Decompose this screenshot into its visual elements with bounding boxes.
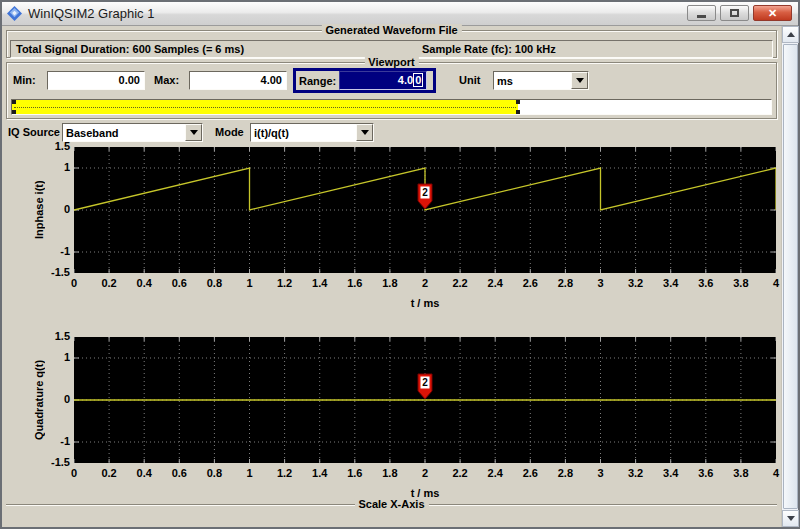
- group-title: Viewport: [364, 56, 418, 68]
- chevron-down-icon: [576, 78, 584, 83]
- y-tick-label: -1.5: [51, 266, 70, 278]
- total-signal-duration-text: Total Signal Duration: 600 Samples (= 6 …: [16, 43, 244, 55]
- client-area: Generated Waveform File Total Signal Dur…: [2, 26, 798, 527]
- y-axis-tick-labels: 1.510-1-1.5: [42, 147, 70, 273]
- inphase-chart: Inphase i(t) 1.510-1-1.5 2 00.20.40.60.8…: [2, 147, 779, 317]
- chevron-down-icon: [361, 130, 369, 135]
- x-tick-label: 1.8: [382, 467, 397, 479]
- x-tick-label: 0: [71, 277, 77, 289]
- x-tick-label: 4: [773, 277, 779, 289]
- arrow-up-icon: [787, 32, 795, 37]
- y-tick-label: 1: [64, 161, 70, 173]
- y-tick-label: 0: [64, 393, 70, 405]
- y-tick-label: 1: [64, 351, 70, 363]
- x-tick-label: 1: [246, 467, 252, 479]
- y-tick-label: 1.5: [55, 330, 70, 342]
- plot-area[interactable]: 2: [74, 147, 776, 273]
- x-tick-label: 2.6: [523, 467, 538, 479]
- x-tick-label: 0.2: [101, 277, 116, 289]
- group-title: Generated Waveform File: [321, 24, 461, 36]
- sample-rate-text: Sample Rate (fc): 100 kHz: [422, 43, 556, 55]
- scroll-up-button[interactable]: [782, 26, 799, 43]
- x-tick-label: 1.4: [312, 277, 327, 289]
- generated-waveform-file-group: Generated Waveform File Total Signal Dur…: [6, 30, 777, 58]
- app-window: WinIQSIM2 Graphic 1 ✕ Generated Waveform…: [0, 0, 800, 529]
- viewport-selected-range[interactable]: [12, 100, 518, 114]
- slider-handle-bottom-left[interactable]: [12, 110, 16, 114]
- mode-dropdown[interactable]: i(t)/q(t): [250, 123, 374, 142]
- x-tick-label: 3.4: [663, 277, 678, 289]
- x-tick-label: 0.8: [207, 467, 222, 479]
- marker-label: 2: [422, 377, 428, 388]
- close-icon: ✕: [768, 8, 777, 19]
- group-title: Scale X-Axis: [354, 498, 428, 510]
- dropdown-button[interactable]: [185, 124, 202, 141]
- x-tick-label: 1: [246, 277, 252, 289]
- max-label: Max:: [154, 74, 179, 86]
- y-tick-label: -1.5: [51, 456, 70, 468]
- x-tick-label: 1.4: [312, 467, 327, 479]
- viewport-range-slider[interactable]: [11, 99, 772, 115]
- x-tick-label: 0: [71, 467, 77, 479]
- x-tick-label: 0.4: [137, 467, 152, 479]
- x-tick-label: 3.8: [733, 277, 748, 289]
- x-tick-label: 1.2: [277, 467, 292, 479]
- maximize-button[interactable]: [720, 5, 749, 21]
- plot-area[interactable]: 2: [74, 337, 776, 463]
- x-axis-tick-labels: 00.20.40.60.811.21.41.61.822.22.42.62.83…: [74, 277, 776, 291]
- scale-x-axis-group: Scale X-Axis: [6, 504, 777, 529]
- x-tick-label: 2.4: [488, 467, 503, 479]
- dropdown-button[interactable]: [356, 124, 373, 141]
- x-tick-label: 0.6: [172, 467, 187, 479]
- scrollbar-thumb[interactable]: [783, 44, 798, 509]
- x-tick-label: 2: [422, 277, 428, 289]
- x-tick-label: 3.2: [628, 277, 643, 289]
- y-tick-label: -1: [60, 435, 70, 447]
- x-tick-label: 1.8: [382, 277, 397, 289]
- x-tick-label: 3.2: [628, 467, 643, 479]
- y-tick-label: 0: [64, 203, 70, 215]
- vertical-scrollbar[interactable]: [781, 26, 798, 527]
- window-title: WinIQSIM2 Graphic 1: [28, 6, 154, 21]
- x-tick-label: 1.2: [277, 277, 292, 289]
- min-label: Min:: [13, 74, 36, 86]
- dropdown-button[interactable]: [571, 72, 588, 89]
- x-tick-label: 2: [422, 467, 428, 479]
- chevron-down-icon: [190, 130, 198, 135]
- x-tick-label: 2.2: [452, 277, 467, 289]
- x-tick-label: 4: [773, 467, 779, 479]
- minimize-button[interactable]: [687, 5, 716, 21]
- x-tick-label: 0.8: [207, 277, 222, 289]
- range-cluster: Range: 4.00: [293, 68, 436, 93]
- min-field[interactable]: 0.00: [47, 71, 145, 90]
- text-cursor: 0: [413, 73, 423, 87]
- max-field[interactable]: 4.00: [189, 71, 287, 90]
- viewport-group: Viewport Min: 0.00 Max: 4.00 Range: 4.00…: [6, 62, 777, 119]
- range-field[interactable]: 4.00: [339, 71, 427, 90]
- marker-label: 2: [422, 187, 428, 198]
- close-button[interactable]: ✕: [753, 5, 792, 21]
- minimize-icon: [697, 15, 706, 18]
- x-tick-label: 1.6: [347, 277, 362, 289]
- x-tick-label: 2.6: [523, 277, 538, 289]
- quadrature-chart: Quadrature q(t) 1.510-1-1.5 2 00.20.40.6…: [2, 337, 779, 507]
- x-tick-label: 2.8: [558, 277, 573, 289]
- slider-handle-top-right[interactable]: [516, 100, 520, 104]
- y-tick-label: 1.5: [55, 140, 70, 152]
- arrow-down-icon: [787, 516, 795, 521]
- scroll-down-button[interactable]: [782, 510, 799, 527]
- x-tick-label: 1.6: [347, 467, 362, 479]
- x-tick-label: 2.4: [488, 277, 503, 289]
- slider-handle-top-left[interactable]: [12, 100, 16, 104]
- x-tick-label: 3: [597, 277, 603, 289]
- x-tick-label: 3.6: [698, 277, 713, 289]
- slider-handle-bottom-right[interactable]: [516, 110, 520, 114]
- x-tick-label: 0.4: [137, 277, 152, 289]
- maximize-icon: [730, 9, 739, 17]
- title-bar[interactable]: WinIQSIM2 Graphic 1 ✕: [2, 2, 798, 26]
- x-axis-title: t / ms: [74, 297, 776, 309]
- unit-dropdown[interactable]: ms: [493, 71, 589, 90]
- x-tick-label: 2.2: [452, 467, 467, 479]
- iq-source-label: IQ Source: [8, 126, 60, 138]
- iq-source-dropdown[interactable]: Baseband: [62, 123, 203, 142]
